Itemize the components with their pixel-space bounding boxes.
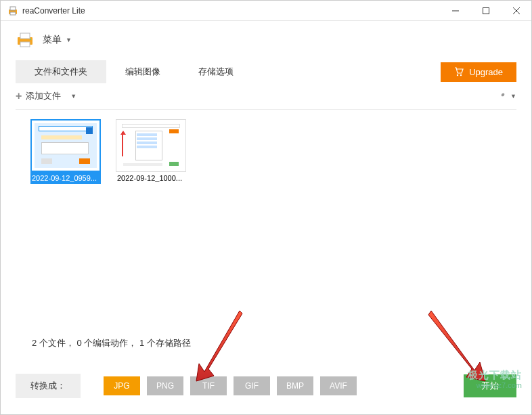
menu-button[interactable]: 菜单 bbox=[43, 34, 62, 46]
svg-rect-9 bbox=[20, 42, 30, 47]
watermark: 极光下载站 www.xz7.com bbox=[468, 369, 522, 390]
thumbnail-caption: 2022-09-12_1000... bbox=[116, 172, 186, 184]
menu-row: 菜单 ▼ bbox=[1, 21, 531, 55]
upgrade-button[interactable]: Upgrade bbox=[441, 62, 516, 82]
thumbnail-caption: 2022-09-12_0959... bbox=[30, 172, 101, 184]
watermark-title: 极光下载站 bbox=[468, 369, 522, 381]
format-png-button[interactable]: PNG bbox=[147, 376, 183, 395]
maximize-button[interactable] bbox=[470, 1, 501, 21]
tab-save[interactable]: 存储选项 bbox=[179, 60, 252, 83]
watermark-url: www.xz7.com bbox=[468, 381, 522, 390]
add-files-button[interactable]: + 添加文件 ▼ bbox=[16, 90, 76, 102]
thumbnail-area: 2022-09-12_0959... 2022-09-12_1000... bbox=[1, 110, 531, 194]
svg-rect-8 bbox=[20, 33, 30, 39]
tab-row: 文件和文件夹 编辑图像 存储选项 Upgrade bbox=[1, 55, 531, 83]
format-tif-button[interactable]: TIF bbox=[190, 376, 227, 395]
wrench-icon bbox=[497, 91, 506, 101]
settings-button[interactable]: ▼ bbox=[497, 91, 516, 101]
add-files-label: 添加文件 bbox=[26, 90, 61, 102]
thumbnail-item[interactable]: 2022-09-12_1000... bbox=[116, 119, 186, 184]
printer-icon bbox=[16, 32, 35, 48]
svg-point-11 bbox=[457, 74, 458, 76]
format-avif-button[interactable]: AVIF bbox=[320, 376, 357, 395]
svg-point-10 bbox=[30, 39, 31, 40]
thumbnail-image bbox=[30, 119, 101, 172]
status-text: 2 个文件， 0 个编辑动作， 1 个存储路径 bbox=[32, 337, 191, 349]
app-icon bbox=[7, 5, 18, 16]
window-controls bbox=[440, 1, 531, 21]
chevron-down-icon[interactable]: ▼ bbox=[70, 93, 76, 100]
format-gif-button[interactable]: GIF bbox=[234, 376, 270, 395]
svg-rect-4 bbox=[483, 7, 489, 14]
window-title: reaConverter Lite bbox=[22, 6, 440, 16]
cart-icon bbox=[454, 67, 464, 77]
format-bmp-button[interactable]: BMP bbox=[277, 376, 313, 395]
tab-edit[interactable]: 编辑图像 bbox=[106, 60, 179, 83]
thumbnail-image bbox=[116, 119, 186, 172]
add-files-row: + 添加文件 ▼ ▼ bbox=[1, 83, 531, 106]
format-buttons: JPG PNG TIF GIF BMP AVIF bbox=[104, 376, 357, 395]
format-jpg-button[interactable]: JPG bbox=[104, 376, 140, 395]
plus-icon: + bbox=[16, 90, 22, 102]
svg-rect-2 bbox=[10, 12, 16, 15]
tab-files[interactable]: 文件和文件夹 bbox=[16, 60, 106, 83]
thumbnail-item[interactable]: 2022-09-12_0959... bbox=[30, 119, 101, 184]
title-bar: reaConverter Lite bbox=[1, 1, 531, 21]
close-button[interactable] bbox=[501, 1, 531, 21]
svg-rect-1 bbox=[10, 7, 16, 10]
upgrade-label: Upgrade bbox=[469, 67, 503, 77]
bottom-bar: 转换成： JPG PNG TIF GIF BMP AVIF 开始 bbox=[16, 374, 516, 398]
chevron-down-icon[interactable]: ▼ bbox=[66, 37, 72, 43]
convert-to-label: 转换成： bbox=[16, 374, 81, 398]
chevron-down-icon: ▼ bbox=[510, 93, 516, 100]
minimize-button[interactable] bbox=[440, 1, 470, 21]
svg-point-12 bbox=[460, 74, 462, 76]
